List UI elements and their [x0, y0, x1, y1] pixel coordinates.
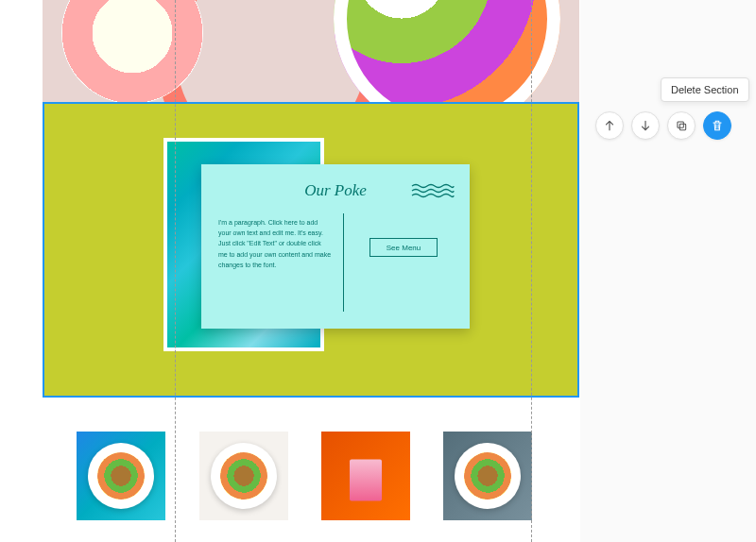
- candle-icon: [350, 459, 382, 500]
- stamp-waves-icon: [411, 183, 455, 200]
- postcard-divider: [343, 213, 344, 312]
- see-menu-button[interactable]: See Menu: [369, 238, 438, 257]
- gallery-image[interactable]: [321, 432, 410, 520]
- hero-bowl-left: [61, 0, 203, 102]
- bowl-icon: [88, 443, 154, 509]
- move-up-button[interactable]: [595, 111, 624, 140]
- svg-rect-1: [679, 124, 685, 129]
- arrow-up-icon: [603, 119, 616, 132]
- hero-section[interactable]: [43, 0, 579, 102]
- editor-canvas: Our Poke I'm a paragraph. Click here to …: [0, 0, 756, 542]
- duplicate-button[interactable]: [667, 111, 696, 140]
- delete-section-tooltip: Delete Section: [661, 77, 749, 102]
- bowl-icon: [455, 443, 521, 509]
- right-panel: Delete Section: [580, 0, 756, 542]
- column-guide-right: [531, 0, 532, 542]
- svg-rect-0: [678, 122, 683, 127]
- arrow-down-icon: [639, 119, 652, 132]
- gallery-image[interactable]: [199, 432, 288, 520]
- move-down-button[interactable]: [631, 111, 660, 140]
- bowl-icon: [211, 443, 277, 509]
- poke-section-selected[interactable]: Our Poke I'm a paragraph. Click here to …: [43, 102, 579, 398]
- gallery-image[interactable]: [443, 432, 532, 520]
- duplicate-icon: [675, 119, 688, 132]
- section-toolbar: [595, 111, 731, 140]
- chopstick-icon: [362, 0, 536, 70]
- gallery-section[interactable]: [43, 398, 579, 542]
- gallery-image[interactable]: [77, 432, 165, 520]
- postcard[interactable]: Our Poke I'm a paragraph. Click here to …: [201, 164, 470, 329]
- trash-icon: [711, 119, 724, 132]
- page-area: Our Poke I'm a paragraph. Click here to …: [43, 0, 579, 542]
- chopstick-icon: [362, 0, 536, 60]
- delete-button[interactable]: [703, 111, 731, 140]
- column-guide-left: [175, 0, 176, 542]
- postcard-paragraph[interactable]: I'm a paragraph. Click here to add your …: [218, 217, 332, 270]
